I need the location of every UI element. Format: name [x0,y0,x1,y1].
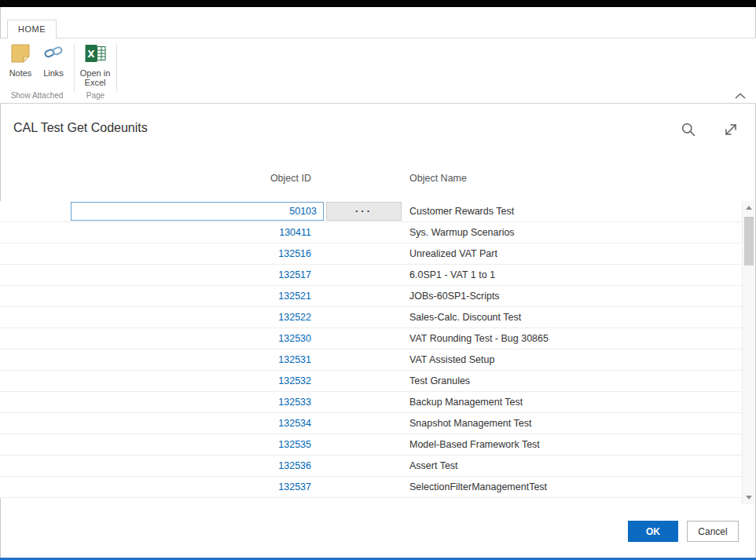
table-row[interactable]: ··· Customer Rewards Test [0,201,742,222]
open-in-excel-label: Open in Excel [80,68,111,87]
scroll-down-icon[interactable] [743,491,755,504]
object-id-link[interactable]: 130411 [0,222,311,243]
table-row[interactable]: 132521 JOBs-60SP1-Scripts [0,286,742,307]
table-row[interactable]: 132517 6.0SP1 - VAT 1 to 1 [0,265,742,286]
group-label-show-attached: Show Attached [0,91,74,100]
svg-text:X: X [87,49,95,60]
object-name-cell[interactable]: 6.0SP1 - VAT 1 to 1 [409,265,495,285]
table-row[interactable]: 130411 Sys. Warmup Scenarios [0,222,742,243]
table-row[interactable]: 132537 SelectionFilterManagementTest [0,477,742,498]
scrollbar-thumb[interactable] [744,217,754,265]
tab-home[interactable]: HOME [7,20,57,38]
object-id-link[interactable]: 132534 [0,413,311,434]
open-in-excel-button[interactable]: X Open in Excel [76,43,114,87]
table-row[interactable]: 132530 VAT Rounding Test - Bug 30865 [0,328,742,350]
object-name-cell[interactable]: Backup Management Test [409,392,523,412]
object-name-cell[interactable]: Sales-Calc. Discount Test [409,307,521,328]
table-row[interactable]: 132536 Assert Test [0,456,742,477]
object-name-cell[interactable]: JOBs-60SP1-Scripts [409,286,500,306]
links-label: Links [43,68,64,78]
group-label-page: Page [75,91,116,100]
table-row[interactable]: 132533 Backup Management Test [0,392,742,413]
table-row[interactable]: 132522 Sales-Calc. Discount Test [0,307,742,328]
table-body: ··· Customer Rewards Test 130411 Sys. Wa… [0,201,742,501]
object-id-link[interactable]: 132536 [0,456,311,476]
object-id-link[interactable]: 132530 [0,328,311,349]
object-id-link[interactable]: 132517 [0,265,311,285]
object-id-link[interactable]: 132537 [0,477,311,497]
object-id-link[interactable]: 132533 [0,392,311,412]
object-id-link[interactable]: 132532 [0,371,311,391]
object-id-link[interactable]: 132522 [0,307,311,328]
search-icon[interactable] [681,122,696,137]
vertical-scrollbar[interactable] [742,201,755,504]
table-row[interactable]: 132532 Test Granules [0,371,742,392]
expand-window-icon[interactable] [722,121,739,138]
assist-edit-button[interactable]: ··· [326,202,402,221]
object-id-link[interactable]: 132521 [0,286,311,306]
title-bar [0,0,756,7]
ribbon-group-divider [74,43,75,92]
sticky-note-icon [5,43,36,65]
object-name-cell[interactable]: VAT Assisted Setup [409,350,494,370]
column-header-object-name[interactable]: Object Name [409,173,467,184]
excel-icon: X [76,43,114,65]
page-title: CAL Test Get Codeunits [13,121,148,135]
object-name-cell[interactable]: Customer Rewards Test [409,201,514,221]
object-id-input[interactable] [71,202,324,221]
table-row[interactable]: 132534 Snapshot Management Test [0,413,742,434]
object-name-cell[interactable]: Assert Test [409,456,458,476]
object-id-link[interactable]: 132531 [0,350,311,370]
ribbon: Notes Links X Open in Excel [0,38,756,104]
object-name-cell[interactable]: Unrealized VAT Part [409,243,497,264]
object-id-link[interactable]: 132535 [0,434,311,455]
object-name-cell[interactable]: Test Granules [409,371,470,391]
chain-link-icon [38,43,69,65]
object-name-cell[interactable]: Snapshot Management Test [409,413,531,434]
column-header-object-id[interactable]: Object ID [154,173,311,184]
object-name-cell[interactable]: VAT Rounding Test - Bug 30865 [409,328,549,349]
scroll-up-icon[interactable] [743,201,755,214]
table-row[interactable]: 132531 VAT Assisted Setup [0,350,742,371]
table-row[interactable]: 132535 Model-Based Framework Test [0,434,742,456]
collapse-ribbon-button[interactable] [734,89,748,98]
links-button[interactable]: Links [38,43,69,78]
object-name-cell[interactable]: SelectionFilterManagementTest [409,477,547,497]
cancel-button[interactable]: Cancel [687,521,739,542]
table-row[interactable]: 132516 Unrealized VAT Part [0,243,742,265]
ok-button[interactable]: OK [628,521,678,542]
ribbon-group-divider [116,43,117,92]
object-name-cell[interactable]: Model-Based Framework Test [409,434,540,455]
notes-button[interactable]: Notes [5,43,36,78]
object-id-link[interactable]: 132516 [0,243,311,264]
dialog-window: HOME Notes Links [0,0,756,560]
notes-label: Notes [9,68,32,78]
object-name-cell[interactable]: Sys. Warmup Scenarios [409,222,515,243]
